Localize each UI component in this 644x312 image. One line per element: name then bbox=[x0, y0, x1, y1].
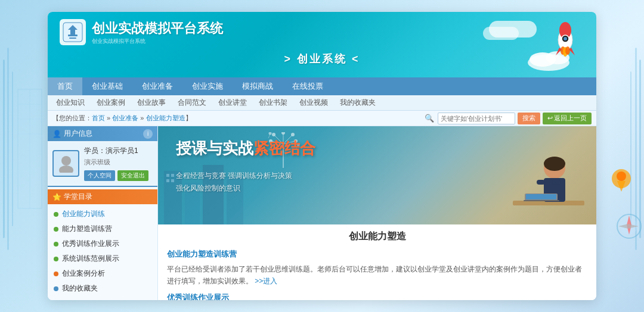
sub-nav-shipin[interactable]: 创业视频 bbox=[293, 95, 334, 110]
svg-rect-48 bbox=[526, 194, 556, 199]
nav-item-zaixian-toupiao[interactable]: 在线投票 bbox=[283, 77, 333, 95]
catalog-item-2[interactable]: 优秀训练作业展示 bbox=[48, 236, 157, 251]
svg-rect-3 bbox=[69, 38, 76, 39]
sub-nav-shujia[interactable]: 创业书架 bbox=[253, 95, 293, 110]
svg-point-62 bbox=[617, 171, 626, 181]
sub-nav-gushi[interactable]: 创业故事 bbox=[131, 95, 172, 110]
svg-point-17 bbox=[59, 166, 73, 173]
nav-item-home[interactable]: 首页 bbox=[48, 77, 82, 95]
user-name: 学员：演示学员1 bbox=[84, 146, 153, 156]
catalog-icon: ⭐ bbox=[52, 193, 61, 201]
search-area: 🔍 搜索 ↩ 返回上一页 bbox=[423, 113, 592, 124]
dot-icon-0 bbox=[54, 212, 58, 217]
banner-main-title: 授课与实战紧密结合 bbox=[176, 138, 315, 159]
safe-exit-button[interactable]: 安全退出 bbox=[117, 170, 148, 181]
dot-icon-4 bbox=[54, 272, 58, 276]
logo-main-text: 创业实战模拟平台系统 bbox=[92, 20, 223, 38]
sub-nav-bar: 创业知识 创业案例 创业故事 合同范文 创业讲堂 创业书架 创业视频 我的收藏夹 bbox=[48, 95, 596, 111]
svg-point-64 bbox=[617, 214, 641, 238]
svg-rect-52 bbox=[12, 71, 13, 226]
nav-bar: 首页 创业基础 创业准备 创业实施 模拟商战 在线投票 bbox=[48, 77, 596, 95]
user-details: 学员：演示学员1 演示班级 个人空间 安全退出 bbox=[84, 146, 153, 181]
catalog-items: 创业能力训练 能力塑造训练营 优秀训练作业展示 系统训练范例展示 bbox=[48, 204, 157, 298]
nav-item-chuangye-zhunbei[interactable]: 创业准备 bbox=[132, 77, 182, 95]
banner-overlay-text: 授课与实战紧密结合 全程经营与竞赛 强调训练分析与决策 强化风险控制的意识 bbox=[176, 138, 315, 196]
catalog-item-1[interactable]: 能力塑造训练营 bbox=[48, 221, 157, 236]
svg-rect-24 bbox=[166, 179, 169, 182]
svg-point-38 bbox=[269, 132, 272, 135]
svg-rect-2 bbox=[68, 35, 78, 36]
dot-icon-3 bbox=[54, 257, 58, 261]
main-window: 创业实战模拟平台系统 创业实战模拟平台系统 bbox=[48, 12, 596, 300]
article1-enter-link[interactable]: >>进入 bbox=[255, 277, 277, 285]
logo-icon bbox=[60, 19, 86, 45]
sub-nav-shoucang[interactable]: 我的收藏夹 bbox=[334, 95, 382, 110]
user-class: 演示班级 bbox=[84, 158, 153, 167]
catalog-section: ⭐ 学堂目录 创业能力训练 能力塑造训练营 优秀训练作业展示 bbox=[48, 189, 157, 298]
logo-text-block: 创业实战模拟平台系统 创业实战模拟平台系统 bbox=[92, 20, 223, 45]
content-body: 创业能力塑造 创业能力塑造训练营 平台已经给受训者添加了若干创业思维训练题。老师… bbox=[158, 224, 596, 300]
catalog-item-5[interactable]: 我的收藏夹 bbox=[48, 281, 157, 296]
svg-rect-59 bbox=[635, 48, 637, 250]
svg-marker-67 bbox=[618, 224, 639, 229]
svg-rect-22 bbox=[166, 174, 169, 177]
left-decoration bbox=[0, 0, 48, 312]
nav-item-chuangye-shishi[interactable]: 创业实施 bbox=[182, 77, 233, 95]
svg-point-10 bbox=[564, 37, 567, 40]
logo-sub-text: 创业实战模拟平台系统 bbox=[92, 38, 223, 45]
sub-nav-hetong[interactable]: 合同范文 bbox=[172, 95, 212, 110]
svg-point-16 bbox=[61, 156, 71, 166]
breadcrumb-bar: 【您的位置：首页 » 创业准备 » 创业能力塑造】 🔍 搜索 ↩ 返回上一页 bbox=[48, 111, 596, 126]
section-title: 创业能力塑造 bbox=[167, 230, 587, 243]
personal-space-button[interactable]: 个人空间 bbox=[84, 170, 115, 181]
svg-point-28 bbox=[272, 133, 275, 136]
search-input[interactable] bbox=[438, 113, 515, 124]
breadcrumb-sulian[interactable]: 创业能力塑造 bbox=[146, 114, 185, 121]
svg-rect-50 bbox=[3, 60, 5, 238]
sub-nav-jiangtang[interactable]: 创业讲堂 bbox=[212, 95, 253, 110]
header-subtitle: > 创业系统 < bbox=[284, 52, 360, 66]
sub-nav-anli[interactable]: 创业案例 bbox=[91, 95, 131, 110]
nav-item-chuangye-jichu[interactable]: 创业基础 bbox=[82, 77, 132, 95]
user-icon: 👤 bbox=[52, 130, 61, 138]
article1-link[interactable]: 创业能力塑造训练营 bbox=[167, 249, 587, 260]
article2-link[interactable]: 优秀训练作业展示 bbox=[167, 292, 587, 300]
svg-rect-25 bbox=[171, 179, 174, 182]
right-decoration bbox=[596, 0, 644, 312]
breadcrumb-home[interactable]: 首页 bbox=[92, 114, 105, 121]
logo-area: 创业实战模拟平台系统 创业实战模拟平台系统 bbox=[60, 19, 223, 45]
svg-rect-45 bbox=[537, 180, 545, 185]
banner-sub-texts: 全程经营与竞赛 强调训练分析与决策 强化风险控制的意识 bbox=[176, 171, 315, 194]
catalog-item-0[interactable]: 创业能力训练 bbox=[48, 207, 157, 221]
main-content: 授课与实战紧密结合 全程经营与竞赛 强调训练分析与决策 强化风险控制的意识 bbox=[158, 126, 596, 300]
dot-icon-5 bbox=[54, 286, 58, 291]
rocket-decoration bbox=[525, 15, 584, 71]
search-button[interactable]: 搜索 bbox=[518, 113, 540, 124]
banner-area: 授课与实战紧密结合 全程经营与竞赛 强调训练分析与决策 强化风险控制的意识 bbox=[158, 126, 596, 224]
svg-point-65 bbox=[621, 218, 637, 235]
back-button[interactable]: ↩ 返回上一页 bbox=[543, 113, 592, 124]
svg-marker-63 bbox=[617, 181, 626, 192]
breadcrumb: 【您的位置：首页 » 创业准备 » 创业能力塑造】 bbox=[52, 114, 192, 123]
svg-rect-49 bbox=[524, 200, 559, 201]
catalog-item-4[interactable]: 创业案例分析 bbox=[48, 266, 157, 281]
avatar bbox=[52, 150, 79, 177]
info-icon: i bbox=[143, 129, 153, 139]
svg-marker-66 bbox=[627, 216, 631, 235]
user-actions: 个人空间 安全退出 bbox=[84, 170, 153, 181]
catalog-header: ⭐ 学堂目录 bbox=[48, 189, 157, 204]
nav-item-moni-shangzhan[interactable]: 模拟商战 bbox=[233, 77, 283, 95]
banner-figure bbox=[513, 141, 584, 224]
svg-rect-23 bbox=[171, 174, 174, 177]
svg-point-43 bbox=[544, 157, 565, 171]
sidebar: 👤 用户信息 i 学员：演示学员1 演示班级 bbox=[48, 126, 158, 300]
sub-nav-zhishi[interactable]: 创业知识 bbox=[50, 95, 91, 110]
svg-rect-58 bbox=[639, 60, 641, 238]
catalog-item-3[interactable]: 系统训练范例展示 bbox=[48, 251, 157, 266]
dot-icon-2 bbox=[54, 242, 58, 247]
dot-icon-1 bbox=[54, 227, 58, 232]
svg-point-30 bbox=[281, 132, 285, 135]
svg-point-61 bbox=[612, 169, 631, 188]
svg-point-13 bbox=[565, 46, 570, 55]
breadcrumb-zhunbei[interactable]: 创业准备 bbox=[112, 114, 138, 121]
